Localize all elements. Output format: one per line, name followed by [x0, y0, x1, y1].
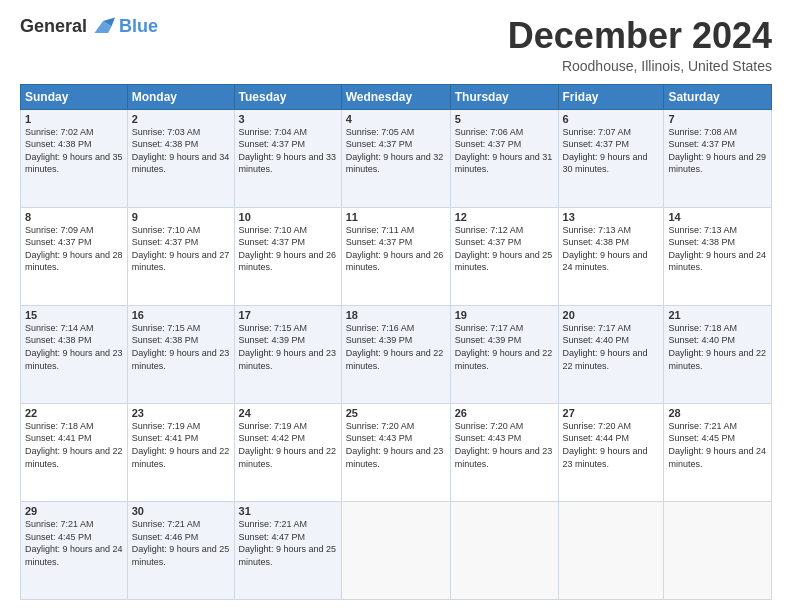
calendar-page: General Blue December 2024 Roodhouse, Il…	[0, 0, 792, 612]
day-number: 8	[25, 211, 123, 223]
calendar-cell: 25Sunrise: 7:20 AMSunset: 4:43 PMDayligh…	[341, 403, 450, 501]
calendar-week-row: 29Sunrise: 7:21 AMSunset: 4:45 PMDayligh…	[21, 501, 772, 599]
weekday-header-monday: Monday	[127, 84, 234, 109]
day-info: Sunrise: 7:09 AMSunset: 4:37 PMDaylight:…	[25, 224, 123, 274]
day-info: Sunrise: 7:21 AMSunset: 4:45 PMDaylight:…	[25, 518, 123, 568]
day-info: Sunrise: 7:17 AMSunset: 4:40 PMDaylight:…	[563, 322, 660, 372]
day-info: Sunrise: 7:15 AMSunset: 4:39 PMDaylight:…	[239, 322, 337, 372]
calendar-table: SundayMondayTuesdayWednesdayThursdayFrid…	[20, 84, 772, 600]
day-info: Sunrise: 7:13 AMSunset: 4:38 PMDaylight:…	[563, 224, 660, 274]
day-number: 26	[455, 407, 554, 419]
logo-blue-text: Blue	[119, 16, 158, 37]
calendar-cell: 4Sunrise: 7:05 AMSunset: 4:37 PMDaylight…	[341, 109, 450, 207]
calendar-cell	[558, 501, 664, 599]
weekday-header-sunday: Sunday	[21, 84, 128, 109]
day-info: Sunrise: 7:20 AMSunset: 4:43 PMDaylight:…	[455, 420, 554, 470]
weekday-header-tuesday: Tuesday	[234, 84, 341, 109]
day-number: 13	[563, 211, 660, 223]
day-number: 4	[346, 113, 446, 125]
calendar-cell: 19Sunrise: 7:17 AMSunset: 4:39 PMDayligh…	[450, 305, 558, 403]
weekday-header-friday: Friday	[558, 84, 664, 109]
day-number: 20	[563, 309, 660, 321]
day-number: 7	[668, 113, 767, 125]
weekday-header-row: SundayMondayTuesdayWednesdayThursdayFrid…	[21, 84, 772, 109]
calendar-cell: 6Sunrise: 7:07 AMSunset: 4:37 PMDaylight…	[558, 109, 664, 207]
day-number: 5	[455, 113, 554, 125]
calendar-header: SundayMondayTuesdayWednesdayThursdayFrid…	[21, 84, 772, 109]
day-number: 9	[132, 211, 230, 223]
day-number: 14	[668, 211, 767, 223]
calendar-cell: 17Sunrise: 7:15 AMSunset: 4:39 PMDayligh…	[234, 305, 341, 403]
calendar-cell: 10Sunrise: 7:10 AMSunset: 4:37 PMDayligh…	[234, 207, 341, 305]
day-info: Sunrise: 7:11 AMSunset: 4:37 PMDaylight:…	[346, 224, 446, 274]
calendar-body: 1Sunrise: 7:02 AMSunset: 4:38 PMDaylight…	[21, 109, 772, 599]
day-number: 31	[239, 505, 337, 517]
calendar-cell: 18Sunrise: 7:16 AMSunset: 4:39 PMDayligh…	[341, 305, 450, 403]
calendar-cell: 29Sunrise: 7:21 AMSunset: 4:45 PMDayligh…	[21, 501, 128, 599]
day-number: 11	[346, 211, 446, 223]
day-number: 17	[239, 309, 337, 321]
logo-general-text: General	[20, 16, 87, 37]
calendar-cell: 22Sunrise: 7:18 AMSunset: 4:41 PMDayligh…	[21, 403, 128, 501]
day-number: 12	[455, 211, 554, 223]
day-info: Sunrise: 7:04 AMSunset: 4:37 PMDaylight:…	[239, 126, 337, 176]
calendar-week-row: 22Sunrise: 7:18 AMSunset: 4:41 PMDayligh…	[21, 403, 772, 501]
calendar-cell: 7Sunrise: 7:08 AMSunset: 4:37 PMDaylight…	[664, 109, 772, 207]
day-number: 27	[563, 407, 660, 419]
day-number: 3	[239, 113, 337, 125]
day-info: Sunrise: 7:19 AMSunset: 4:42 PMDaylight:…	[239, 420, 337, 470]
day-number: 25	[346, 407, 446, 419]
calendar-cell: 27Sunrise: 7:20 AMSunset: 4:44 PMDayligh…	[558, 403, 664, 501]
weekday-header-saturday: Saturday	[664, 84, 772, 109]
logo-icon	[91, 17, 115, 37]
calendar-cell: 12Sunrise: 7:12 AMSunset: 4:37 PMDayligh…	[450, 207, 558, 305]
calendar-cell: 23Sunrise: 7:19 AMSunset: 4:41 PMDayligh…	[127, 403, 234, 501]
day-number: 22	[25, 407, 123, 419]
day-number: 29	[25, 505, 123, 517]
day-info: Sunrise: 7:05 AMSunset: 4:37 PMDaylight:…	[346, 126, 446, 176]
day-info: Sunrise: 7:07 AMSunset: 4:37 PMDaylight:…	[563, 126, 660, 176]
day-number: 2	[132, 113, 230, 125]
day-number: 28	[668, 407, 767, 419]
calendar-week-row: 1Sunrise: 7:02 AMSunset: 4:38 PMDaylight…	[21, 109, 772, 207]
day-number: 24	[239, 407, 337, 419]
day-number: 18	[346, 309, 446, 321]
calendar-cell: 2Sunrise: 7:03 AMSunset: 4:38 PMDaylight…	[127, 109, 234, 207]
day-number: 6	[563, 113, 660, 125]
calendar-cell: 3Sunrise: 7:04 AMSunset: 4:37 PMDaylight…	[234, 109, 341, 207]
header: General Blue December 2024 Roodhouse, Il…	[20, 16, 772, 74]
day-info: Sunrise: 7:10 AMSunset: 4:37 PMDaylight:…	[132, 224, 230, 274]
title-area: December 2024 Roodhouse, Illinois, Unite…	[508, 16, 772, 74]
day-info: Sunrise: 7:06 AMSunset: 4:37 PMDaylight:…	[455, 126, 554, 176]
calendar-cell: 20Sunrise: 7:17 AMSunset: 4:40 PMDayligh…	[558, 305, 664, 403]
calendar-cell: 31Sunrise: 7:21 AMSunset: 4:47 PMDayligh…	[234, 501, 341, 599]
day-info: Sunrise: 7:20 AMSunset: 4:43 PMDaylight:…	[346, 420, 446, 470]
day-info: Sunrise: 7:15 AMSunset: 4:38 PMDaylight:…	[132, 322, 230, 372]
day-number: 21	[668, 309, 767, 321]
calendar-cell	[341, 501, 450, 599]
day-number: 23	[132, 407, 230, 419]
calendar-cell: 28Sunrise: 7:21 AMSunset: 4:45 PMDayligh…	[664, 403, 772, 501]
logo: General Blue	[20, 16, 158, 37]
location-text: Roodhouse, Illinois, United States	[508, 58, 772, 74]
day-info: Sunrise: 7:18 AMSunset: 4:41 PMDaylight:…	[25, 420, 123, 470]
calendar-cell: 26Sunrise: 7:20 AMSunset: 4:43 PMDayligh…	[450, 403, 558, 501]
calendar-cell: 15Sunrise: 7:14 AMSunset: 4:38 PMDayligh…	[21, 305, 128, 403]
day-info: Sunrise: 7:21 AMSunset: 4:47 PMDaylight:…	[239, 518, 337, 568]
calendar-cell: 11Sunrise: 7:11 AMSunset: 4:37 PMDayligh…	[341, 207, 450, 305]
calendar-cell: 13Sunrise: 7:13 AMSunset: 4:38 PMDayligh…	[558, 207, 664, 305]
calendar-week-row: 15Sunrise: 7:14 AMSunset: 4:38 PMDayligh…	[21, 305, 772, 403]
day-info: Sunrise: 7:20 AMSunset: 4:44 PMDaylight:…	[563, 420, 660, 470]
day-info: Sunrise: 7:14 AMSunset: 4:38 PMDaylight:…	[25, 322, 123, 372]
day-info: Sunrise: 7:08 AMSunset: 4:37 PMDaylight:…	[668, 126, 767, 176]
day-info: Sunrise: 7:19 AMSunset: 4:41 PMDaylight:…	[132, 420, 230, 470]
day-info: Sunrise: 7:03 AMSunset: 4:38 PMDaylight:…	[132, 126, 230, 176]
day-number: 1	[25, 113, 123, 125]
calendar-cell: 24Sunrise: 7:19 AMSunset: 4:42 PMDayligh…	[234, 403, 341, 501]
day-number: 10	[239, 211, 337, 223]
calendar-cell: 9Sunrise: 7:10 AMSunset: 4:37 PMDaylight…	[127, 207, 234, 305]
logo-area: General Blue	[20, 16, 158, 37]
day-number: 19	[455, 309, 554, 321]
calendar-cell: 14Sunrise: 7:13 AMSunset: 4:38 PMDayligh…	[664, 207, 772, 305]
calendar-week-row: 8Sunrise: 7:09 AMSunset: 4:37 PMDaylight…	[21, 207, 772, 305]
